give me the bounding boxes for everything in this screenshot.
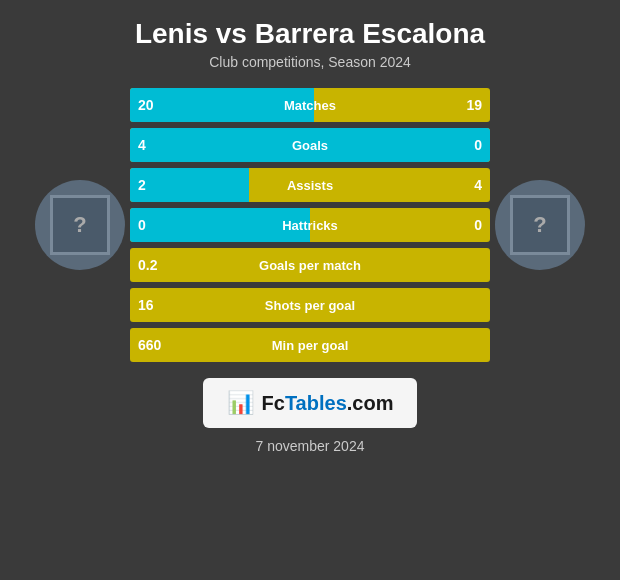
right-player-avatar: ? — [495, 180, 585, 270]
stat-value-right: 4 — [474, 177, 482, 193]
stat-bar-fill — [130, 168, 249, 202]
stat-value-left: 4 — [138, 137, 146, 153]
stat-row: Assists24 — [130, 168, 490, 202]
stat-row: Goals per match0.2 — [130, 248, 490, 282]
right-avatar-placeholder: ? — [510, 195, 570, 255]
stat-row: Goals40 — [130, 128, 490, 162]
stat-row: Shots per goal16 — [130, 288, 490, 322]
left-player-avatar: ? — [35, 180, 125, 270]
logo-text: FcTables.com — [262, 392, 394, 415]
logo-icon: 📊 — [227, 390, 254, 416]
stat-row: Min per goal660 — [130, 328, 490, 362]
stat-bar-background: Shots per goal16 — [130, 288, 490, 322]
stat-bar-background: Goals40 — [130, 128, 490, 162]
stat-bar-background: Min per goal660 — [130, 328, 490, 362]
date-footer: 7 november 2024 — [256, 438, 365, 454]
fctables-logo: 📊 FcTables.com — [203, 378, 418, 428]
stat-value-left: 0.2 — [138, 257, 157, 273]
stat-value-right: 19 — [466, 97, 482, 113]
stat-label: Shots per goal — [265, 298, 355, 313]
stat-value-left: 20 — [138, 97, 154, 113]
page-title: Lenis vs Barrera Escalona — [0, 18, 620, 50]
stat-value-left: 660 — [138, 337, 161, 353]
stat-label: Min per goal — [272, 338, 349, 353]
stat-bar-background: Matches2019 — [130, 88, 490, 122]
stat-value-left: 2 — [138, 177, 146, 193]
stat-label: Matches — [284, 98, 336, 113]
stat-label: Hattricks — [282, 218, 338, 233]
stat-bar-background: Goals per match0.2 — [130, 248, 490, 282]
page-subtitle: Club competitions, Season 2024 — [0, 54, 620, 70]
stat-row: Hattricks00 — [130, 208, 490, 242]
stat-value-right: 0 — [474, 137, 482, 153]
stat-label: Goals — [292, 138, 328, 153]
stat-bar-background: Hattricks00 — [130, 208, 490, 242]
stat-value-right: 0 — [474, 217, 482, 233]
stat-label: Goals per match — [259, 258, 361, 273]
stats-container: Matches2019Goals40Assists24Hattricks00Go… — [130, 88, 490, 362]
stat-value-left: 16 — [138, 297, 154, 313]
left-avatar-placeholder: ? — [50, 195, 110, 255]
stat-bar-background: Assists24 — [130, 168, 490, 202]
stat-row: Matches2019 — [130, 88, 490, 122]
stat-value-left: 0 — [138, 217, 146, 233]
stat-label: Assists — [287, 178, 333, 193]
